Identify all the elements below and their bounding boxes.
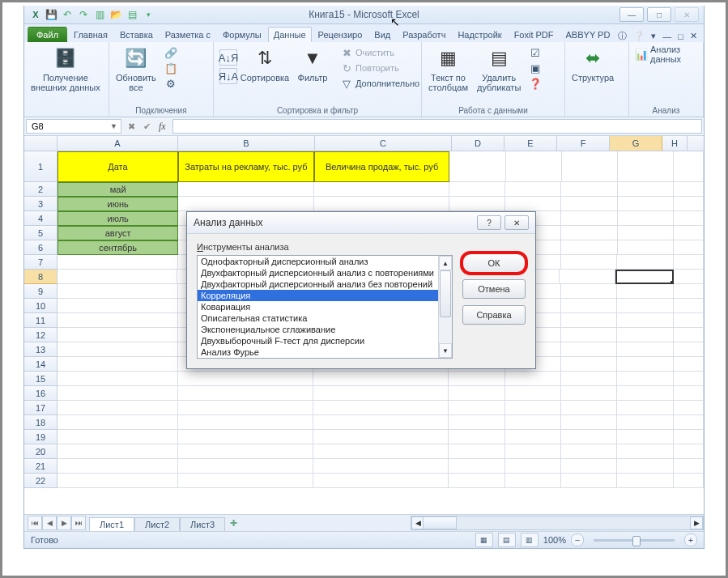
consolidate-button[interactable]: ▣ [526, 61, 544, 75]
cell-G18[interactable] [617, 415, 673, 430]
cell-G17[interactable] [617, 401, 673, 415]
row-header-2[interactable]: 2 [24, 182, 57, 197]
row-header-12[interactable]: 12 [24, 328, 57, 342]
outline-button[interactable]: ⬌ Структура [568, 44, 617, 84]
row-header-14[interactable]: 14 [24, 357, 57, 372]
cell-F5[interactable] [561, 226, 617, 240]
cell-G10[interactable] [617, 299, 673, 313]
sheet-tab-1[interactable]: Лист1 [89, 517, 134, 531]
cell-A6[interactable]: сентябрь [57, 240, 178, 255]
cell-B2[interactable] [178, 182, 313, 197]
tab-addins[interactable]: Надстройк [452, 27, 507, 42]
minimize-button[interactable]: — [619, 7, 644, 22]
cell-D1[interactable] [449, 151, 505, 182]
cell-H7[interactable] [674, 255, 704, 270]
row-header-8[interactable]: 8 [24, 270, 57, 284]
cell-H10[interactable] [674, 299, 704, 313]
cell-A22[interactable] [57, 474, 178, 488]
cell-F21[interactable] [561, 459, 617, 474]
hscroll-thumb[interactable] [423, 516, 457, 529]
cell-H11[interactable] [674, 313, 704, 328]
cell-B3[interactable] [178, 197, 313, 211]
analysis-tool-item[interactable]: Описательная статистика [198, 312, 439, 324]
qat-dropdown-icon[interactable]: ▾ [141, 7, 155, 22]
undo-icon[interactable]: ↶ [60, 7, 75, 22]
analysis-tool-item[interactable]: Гистограмма [198, 358, 439, 359]
cell-A10[interactable] [57, 299, 178, 313]
cell-C18[interactable] [313, 415, 449, 430]
help-icon[interactable]: ❔ [633, 31, 645, 41]
dialog-close-button[interactable]: ✕ [504, 215, 529, 230]
mdi-min-icon[interactable]: ▾ [651, 31, 656, 41]
column-header-G[interactable]: G [610, 136, 662, 151]
sort-az-button[interactable]: А↓Я [217, 49, 240, 66]
cell-H2[interactable] [674, 182, 704, 197]
cell-F22[interactable] [561, 474, 617, 488]
cell-B16[interactable] [178, 386, 313, 401]
cell-H3[interactable] [674, 197, 704, 211]
connections-button[interactable]: 🔗 [162, 45, 180, 60]
edit-links-button[interactable]: ⚙ [162, 76, 180, 91]
column-header-C[interactable]: C [315, 136, 452, 151]
cell-F11[interactable] [561, 313, 617, 328]
cell-B17[interactable] [178, 401, 313, 415]
cell-A8[interactable] [57, 270, 177, 284]
column-header-F[interactable]: F [557, 136, 610, 151]
cell-C20[interactable] [313, 444, 449, 459]
analysis-tool-item[interactable]: Анализ Фурье [198, 346, 439, 358]
row-header-10[interactable]: 10 [24, 299, 57, 313]
cell-F6[interactable] [561, 240, 617, 255]
cell-C2[interactable] [314, 182, 449, 197]
fx-icon[interactable]: fx [159, 121, 166, 133]
cell-G15[interactable] [617, 372, 673, 386]
cell-A12[interactable] [57, 328, 178, 342]
row-header-4[interactable]: 4 [24, 211, 57, 226]
ribbon-minimize-icon[interactable]: ⓘ [618, 30, 627, 42]
row-header-1[interactable]: 1 [24, 151, 57, 182]
mdi-max-icon[interactable]: □ [678, 32, 683, 41]
cell-E22[interactable] [505, 474, 561, 488]
cell-D2[interactable] [449, 182, 505, 197]
remove-duplicates-button[interactable]: ▤ Удалить дубликаты [474, 44, 524, 94]
filter-button[interactable]: ▼ Фильтр [290, 44, 335, 84]
ok-button[interactable]: ОК [462, 253, 526, 273]
cell-D18[interactable] [449, 415, 504, 430]
page-break-view-button[interactable]: ▥ [521, 533, 539, 547]
print-icon[interactable]: ▤ [125, 7, 139, 22]
cell-G11[interactable] [617, 313, 673, 328]
cell-G16[interactable] [617, 386, 673, 401]
cell-C19[interactable] [313, 430, 449, 444]
cell-G14[interactable] [617, 357, 673, 372]
cell-A9[interactable] [57, 284, 178, 299]
cell-F16[interactable] [561, 386, 617, 401]
cell-G4[interactable] [618, 211, 674, 226]
cell-A4[interactable]: июль [57, 211, 178, 226]
row-header-20[interactable]: 20 [24, 444, 57, 459]
row-header-15[interactable]: 15 [24, 372, 57, 386]
tab-insert[interactable]: Вставка [114, 27, 159, 42]
open-icon[interactable]: 📂 [109, 7, 123, 22]
cell-F3[interactable] [561, 197, 617, 211]
namebox-dropdown-icon[interactable]: ▼ [110, 122, 117, 130]
zoom-level[interactable]: 100% [543, 535, 566, 545]
formula-input[interactable] [172, 119, 702, 134]
cell-G1[interactable] [618, 151, 674, 182]
cell-F7[interactable] [561, 255, 617, 270]
cell-G19[interactable] [617, 430, 673, 444]
cell-D3[interactable] [449, 197, 505, 211]
tab-developer[interactable]: Разработч [397, 27, 451, 42]
cell-B15[interactable] [178, 372, 313, 386]
get-external-data-button[interactable]: 🗄️ Получение внешних данных [28, 44, 104, 94]
cell-E15[interactable] [505, 372, 561, 386]
cell-G6[interactable] [618, 240, 674, 255]
listbox-scrollbar[interactable]: ▲ ▼ [438, 256, 452, 358]
cell-H1[interactable] [674, 151, 704, 182]
row-header-22[interactable]: 22 [24, 474, 57, 488]
cell-F12[interactable] [561, 328, 617, 342]
cell-B18[interactable] [178, 415, 313, 430]
cell-G21[interactable] [617, 459, 673, 474]
cell-G8[interactable] [615, 270, 674, 284]
cell-F2[interactable] [561, 182, 617, 197]
redo-icon[interactable]: ↷ [76, 7, 91, 22]
cell-G3[interactable] [618, 197, 674, 211]
